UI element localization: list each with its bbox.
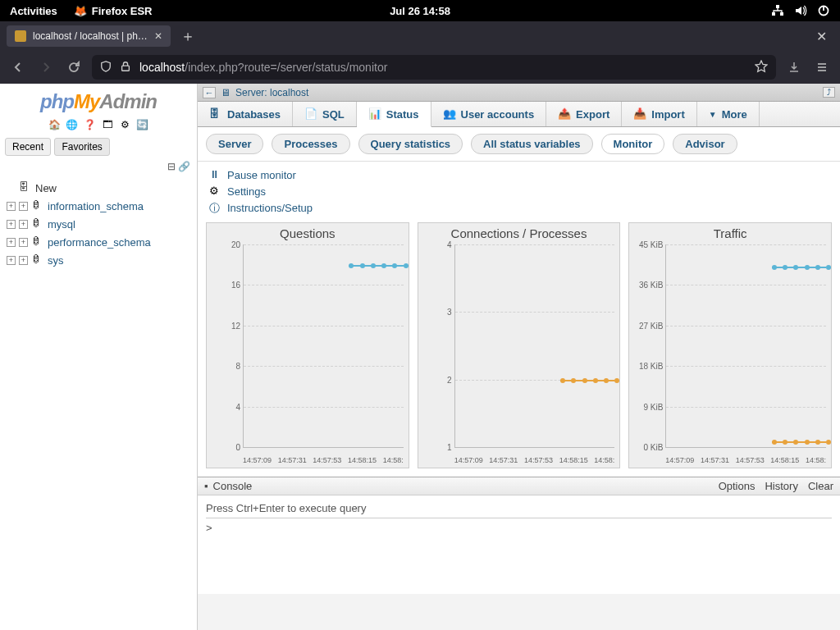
subtab-monitor[interactable]: Monitor bbox=[601, 134, 665, 154]
firefox-indicator[interactable]: 🦊Firefox ESR bbox=[74, 5, 153, 17]
console-title[interactable]: Console bbox=[213, 480, 253, 492]
subtab-server[interactable]: Server bbox=[206, 134, 263, 154]
volume-icon[interactable] bbox=[794, 4, 807, 17]
forward-button[interactable] bbox=[36, 57, 56, 77]
new-db-icon: 🗄 bbox=[19, 181, 32, 194]
chart-title: Questions bbox=[207, 223, 409, 240]
svg-point-3 bbox=[819, 7, 829, 16]
tree-db-item[interactable]: ++🛢performance_schema bbox=[7, 233, 197, 251]
browser-chrome: localhost / localhost | phpMyAdmin ✕ ＋ ✕… bbox=[0, 21, 840, 84]
sql-icon: 📄 bbox=[304, 107, 317, 121]
chart-xlabels: 14:57:0914:57:3114:57:5314:58:1514:58: bbox=[454, 456, 615, 464]
console-prompt[interactable]: > bbox=[206, 522, 832, 534]
sql-console: ▪Console Options History Clear Press Ctr… bbox=[198, 477, 840, 594]
pma-logo[interactable]: phpMyAdmin bbox=[0, 84, 197, 115]
tab-close-icon[interactable]: ✕ bbox=[154, 30, 162, 42]
settings-link[interactable]: Settings bbox=[227, 185, 266, 198]
logout-icon[interactable]: 🌐 bbox=[66, 119, 78, 131]
url-bar[interactable]: localhost/index.php?route=/server/status… bbox=[92, 55, 776, 80]
tab-title: localhost / localhost | phpMyAdmin bbox=[33, 30, 148, 42]
series-line bbox=[772, 267, 826, 268]
monitor-actions: ⏸Pause monitor ⚙Settings ⓘInstructions/S… bbox=[198, 162, 840, 222]
sidebar-mini-icons: 🏠 🌐 ❓ 🗔 ⚙ 🔄 bbox=[0, 115, 197, 136]
power-icon[interactable] bbox=[817, 4, 830, 17]
console-hint: Press Ctrl+Enter to execute query bbox=[206, 502, 832, 518]
browser-tab[interactable]: localhost / localhost | phpMyAdmin ✕ bbox=[7, 25, 171, 47]
window-close-button[interactable]: ✕ bbox=[810, 29, 833, 44]
clock[interactable]: Jul 26 14:58 bbox=[390, 5, 450, 17]
lock-icon[interactable] bbox=[120, 61, 131, 75]
sqlwin-icon[interactable]: 🗔 bbox=[101, 119, 113, 131]
console-history-link[interactable]: History bbox=[765, 480, 797, 492]
tab-databases[interactable]: 🗄Databases bbox=[198, 102, 293, 126]
collapse-top-icon[interactable]: ⤴ bbox=[823, 87, 835, 98]
network-icon[interactable] bbox=[771, 4, 784, 17]
settings-icon[interactable]: ⚙ bbox=[119, 119, 131, 131]
subtab-all-vars[interactable]: All status variables bbox=[471, 134, 593, 154]
expander-icon[interactable]: + bbox=[19, 220, 28, 229]
console-options-link[interactable]: Options bbox=[719, 480, 756, 492]
subtab-query-stats[interactable]: Query statistics bbox=[358, 134, 463, 154]
expander-icon[interactable]: + bbox=[19, 256, 28, 265]
pause-monitor-link[interactable]: Pause monitor bbox=[227, 169, 296, 181]
app-menu-icon[interactable] bbox=[812, 57, 832, 77]
shield-icon[interactable] bbox=[100, 61, 112, 75]
collapse-tree-icon[interactable]: ⊟ bbox=[167, 161, 176, 172]
chart-xlabels: 14:57:0914:57:3114:57:5314:58:1514:58: bbox=[665, 456, 826, 464]
server-label[interactable]: Server: localhost bbox=[235, 87, 308, 98]
console-toggle-icon[interactable]: ▪ bbox=[204, 480, 208, 492]
gear-icon: ⚙ bbox=[209, 185, 222, 198]
favorites-tab[interactable]: Favorites bbox=[54, 138, 109, 156]
console-body[interactable]: Press Ctrl+Enter to execute query > bbox=[198, 495, 840, 594]
chart-title: Connections / Processes bbox=[418, 223, 620, 240]
tab-import[interactable]: 📥Import bbox=[622, 102, 696, 126]
chart-xlabels: 14:57:0914:57:3114:57:5314:58:1514:58: bbox=[243, 456, 404, 464]
svg-rect-0 bbox=[776, 5, 779, 8]
chart-questions[interactable]: Questions 20 16 12 8 4 0 14:57:0914:57:3… bbox=[206, 222, 409, 468]
expander-icon[interactable]: + bbox=[19, 238, 28, 247]
status-sub-tabs: Server Processes Query statistics All st… bbox=[198, 127, 840, 162]
expander-icon[interactable]: + bbox=[7, 202, 16, 211]
series-line bbox=[349, 265, 403, 267]
tree-db-item[interactable]: ++🛢information_schema bbox=[7, 197, 197, 215]
console-clear-link[interactable]: Clear bbox=[808, 480, 833, 492]
tab-sql[interactable]: 📄SQL bbox=[293, 102, 357, 126]
new-tab-button[interactable]: ＋ bbox=[171, 26, 205, 46]
subtab-processes[interactable]: Processes bbox=[272, 134, 349, 154]
tab-status[interactable]: 📊Status bbox=[357, 102, 431, 127]
back-button[interactable] bbox=[8, 57, 28, 77]
activities-button[interactable]: Activities bbox=[10, 5, 57, 17]
home-icon[interactable]: 🏠 bbox=[48, 119, 61, 131]
expander-icon[interactable]: + bbox=[7, 238, 16, 247]
tab-more[interactable]: ▼More bbox=[697, 102, 760, 126]
expander-icon[interactable]: + bbox=[7, 220, 16, 229]
expander-icon[interactable]: + bbox=[7, 256, 16, 265]
bookmark-star-icon[interactable] bbox=[755, 60, 768, 75]
tab-export[interactable]: 📤Export bbox=[546, 102, 622, 126]
status-icon: 📊 bbox=[368, 107, 381, 121]
instructions-link[interactable]: Instructions/Setup bbox=[227, 202, 313, 214]
chart-connections[interactable]: Connections / Processes 4 3 2 1 14:57:09… bbox=[418, 222, 621, 468]
os-top-bar: Activities 🦊Firefox ESR Jul 26 14:58 bbox=[0, 0, 840, 21]
pma-sidebar: phpMyAdmin 🏠 🌐 ❓ 🗔 ⚙ 🔄 Recent Favorites … bbox=[0, 84, 198, 630]
top-tabs: 🗄Databases 📄SQL 📊Status 👥User accounts 📤… bbox=[198, 102, 840, 127]
expander-icon[interactable]: + bbox=[19, 202, 28, 211]
chart-traffic[interactable]: Traffic 45 KiB 36 KiB 27 KiB 18 KiB 9 Ki… bbox=[628, 222, 832, 468]
db-icon: 🛢 bbox=[31, 217, 44, 231]
tree-new-db[interactable]: 🗄 New bbox=[7, 179, 197, 197]
docs-icon[interactable]: ❓ bbox=[84, 119, 96, 131]
tab-users[interactable]: 👥User accounts bbox=[431, 102, 547, 126]
downloads-icon[interactable] bbox=[784, 57, 804, 77]
subtab-advisor[interactable]: Advisor bbox=[673, 134, 737, 154]
link-icon[interactable]: 🔗 bbox=[178, 161, 190, 172]
breadcrumb-bar: ← 🖥 Server: localhost ⤴ bbox=[198, 84, 840, 102]
svg-rect-5 bbox=[122, 66, 130, 71]
tree-db-item[interactable]: ++🛢mysql bbox=[7, 215, 197, 233]
recent-tab[interactable]: Recent bbox=[5, 138, 51, 156]
reload-button[interactable] bbox=[64, 57, 84, 77]
reload-icon[interactable]: 🔄 bbox=[136, 119, 148, 131]
tree-db-item[interactable]: ++🛢sys bbox=[7, 251, 197, 269]
users-icon: 👥 bbox=[443, 107, 456, 121]
svg-rect-2 bbox=[780, 12, 783, 16]
nav-back-button[interactable]: ← bbox=[203, 87, 216, 98]
